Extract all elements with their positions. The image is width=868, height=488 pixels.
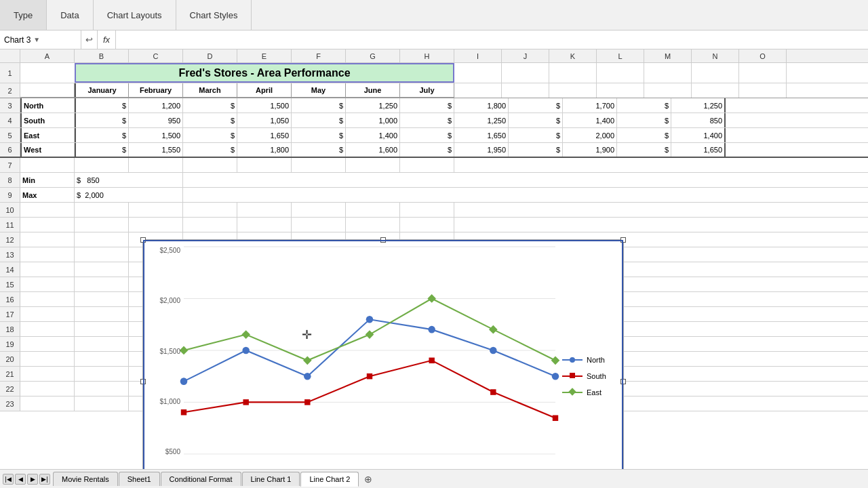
cell-g5-dollar[interactable]: $: [509, 128, 563, 142]
cell-a13[interactable]: [20, 247, 75, 262]
cell-b5-dollar[interactable]: $: [75, 128, 129, 142]
formula-icon[interactable]: fx: [98, 30, 116, 49]
col-header-j[interactable]: J: [502, 49, 549, 62]
cell-a11[interactable]: [20, 218, 75, 232]
cell-f7[interactable]: [292, 158, 346, 172]
cell-c5[interactable]: 1,500: [129, 128, 183, 142]
cell-b20[interactable]: [75, 352, 129, 366]
cell-a6[interactable]: West: [20, 143, 75, 157]
cell-b9[interactable]: $ 2,000: [75, 188, 183, 202]
cell-e3[interactable]: 1,250: [346, 98, 400, 113]
undo-icon[interactable]: ↩: [85, 35, 93, 45]
cell-b6-dollar[interactable]: $: [75, 143, 129, 157]
cell-e6[interactable]: 1,600: [346, 143, 400, 157]
cell-g7[interactable]: [346, 158, 400, 172]
toolbar-chart-styles[interactable]: Chart Styles: [176, 0, 252, 30]
col-header-o[interactable]: O: [739, 49, 787, 62]
cell-a9[interactable]: Max: [20, 188, 75, 202]
cell-f6[interactable]: 1,950: [454, 143, 509, 157]
cell-a4[interactable]: South: [20, 113, 75, 127]
toolbar-type[interactable]: Type: [0, 0, 47, 30]
col-header-c[interactable]: C: [129, 49, 183, 62]
cell-a17[interactable]: [20, 307, 75, 321]
cell-e5[interactable]: 1,400: [346, 128, 400, 142]
cell-b16[interactable]: [75, 292, 129, 306]
chart-container[interactable]: $2,500 $2,000 $1,500 $1,000 $500 $-: [142, 239, 624, 469]
cell-d5[interactable]: 1,650: [237, 128, 292, 142]
cell-b22[interactable]: [75, 382, 129, 396]
tab-line-chart-1[interactable]: Line Chart 1: [242, 472, 300, 486]
tab-nav-prev[interactable]: ◀: [15, 474, 26, 485]
cell-f4-dollar[interactable]: $: [400, 113, 454, 127]
cell-f2[interactable]: May: [292, 83, 346, 98]
cell-a7[interactable]: [20, 158, 75, 172]
cell-c10[interactable]: [129, 203, 183, 217]
tab-conditional-format[interactable]: Conditional Format: [161, 472, 241, 486]
col-header-n[interactable]: N: [692, 49, 739, 62]
cell-g3[interactable]: 1,700: [563, 98, 617, 113]
tab-movie-rentals[interactable]: Movie Rentals: [53, 472, 118, 486]
col-header-e[interactable]: E: [237, 49, 292, 62]
cell-j1[interactable]: [502, 63, 549, 83]
cell-a12[interactable]: [20, 232, 75, 247]
cell-d6-dollar[interactable]: $: [183, 143, 237, 157]
cell-a20[interactable]: [20, 352, 75, 366]
cell-a8[interactable]: Min: [20, 173, 75, 187]
tab-nav-first[interactable]: |◀: [3, 474, 14, 485]
cell-c2[interactable]: February: [129, 83, 183, 98]
cell-b15[interactable]: [75, 277, 129, 291]
cell-o2[interactable]: [739, 83, 787, 98]
cell-i2[interactable]: [454, 83, 502, 98]
tab-sheet1[interactable]: Sheet1: [119, 472, 160, 486]
cell-b12[interactable]: [75, 232, 129, 247]
cell-h2[interactable]: July: [400, 83, 454, 98]
cell-g11[interactable]: [346, 218, 400, 232]
cell-d5-dollar[interactable]: $: [183, 128, 237, 142]
toolbar-chart-layouts[interactable]: Chart Layouts: [94, 0, 176, 30]
cell-b18[interactable]: [75, 322, 129, 336]
tab-nav-last[interactable]: ▶|: [39, 474, 50, 485]
cell-c6[interactable]: 1,550: [129, 143, 183, 157]
cell-d11[interactable]: [183, 218, 237, 232]
cell-h11[interactable]: [400, 218, 454, 232]
cell-a15[interactable]: [20, 277, 75, 291]
cell-b2[interactable]: January: [75, 83, 129, 98]
cell-d3[interactable]: 1,500: [237, 98, 292, 113]
cell-a5[interactable]: East: [20, 128, 75, 142]
cell-f5-dollar[interactable]: $: [400, 128, 454, 142]
col-header-i[interactable]: I: [454, 49, 502, 62]
cell-h6[interactable]: 1,650: [671, 143, 726, 157]
cell-g6[interactable]: 1,900: [563, 143, 617, 157]
col-header-k[interactable]: K: [549, 49, 597, 62]
cell-b14[interactable]: [75, 262, 129, 277]
name-box[interactable]: Chart 3 ▼: [0, 30, 81, 49]
name-box-dropdown-icon[interactable]: ▼: [33, 36, 40, 43]
tab-line-chart-2[interactable]: Line Chart 2: [300, 472, 359, 487]
cell-h3[interactable]: 1,250: [671, 98, 726, 113]
cell-n2[interactable]: [692, 83, 739, 98]
cell-d7[interactable]: [183, 158, 237, 172]
col-header-h[interactable]: H: [400, 49, 454, 62]
cell-e11[interactable]: [237, 218, 292, 232]
cell-h5[interactable]: 1,400: [671, 128, 726, 142]
cell-d10[interactable]: [183, 203, 237, 217]
col-header-a[interactable]: A: [20, 49, 75, 62]
cell-g4-dollar[interactable]: $: [509, 113, 563, 127]
cell-b21[interactable]: [75, 367, 129, 381]
cell-f10[interactable]: [292, 203, 346, 217]
cell-j2[interactable]: [502, 83, 549, 98]
cell-n1[interactable]: [692, 63, 739, 83]
cell-i1[interactable]: [454, 63, 502, 83]
cell-e6-dollar[interactable]: $: [292, 143, 346, 157]
cell-a3[interactable]: North: [20, 98, 75, 113]
cell-b23[interactable]: [75, 396, 129, 411]
cell-e4-dollar[interactable]: $: [292, 113, 346, 127]
cell-h7[interactable]: [400, 158, 454, 172]
cell-a16[interactable]: [20, 292, 75, 306]
cell-b10[interactable]: [75, 203, 129, 217]
cell-a1[interactable]: [20, 63, 75, 83]
add-sheet-button[interactable]: ⊕: [359, 472, 378, 486]
cell-a18[interactable]: [20, 322, 75, 336]
cell-b7[interactable]: [75, 158, 129, 172]
cell-b13[interactable]: [75, 247, 129, 262]
